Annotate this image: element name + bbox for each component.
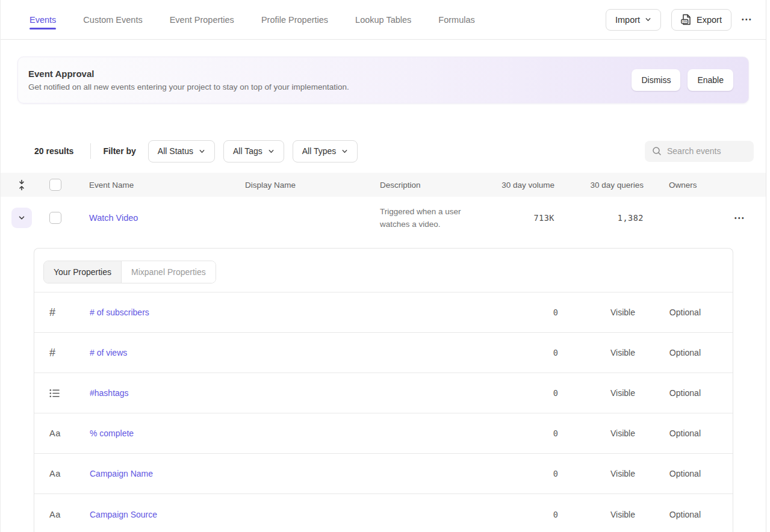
more-menu-icon[interactable]: •••: [742, 16, 753, 23]
text-type-icon: Aa: [49, 469, 90, 478]
text-type-icon: Aa: [49, 428, 90, 438]
tab-formulas[interactable]: Formulas: [438, 2, 474, 37]
tags-filter-dropdown[interactable]: All Tags: [223, 140, 284, 162]
properties-tabs: Your Properties Mixpanel Properties: [34, 249, 733, 292]
column-owners: Owners: [644, 181, 720, 190]
property-requirement[interactable]: Optional: [635, 388, 701, 398]
property-name-link[interactable]: #hashtags: [90, 388, 503, 398]
filter-by-label: Filter by: [103, 146, 135, 156]
property-requirement[interactable]: Optional: [635, 308, 701, 317]
property-requirement[interactable]: Optional: [635, 469, 701, 478]
property-name-link[interactable]: % complete: [90, 428, 503, 438]
property-name-link[interactable]: Campaign Source: [90, 510, 503, 519]
property-value: 0: [503, 428, 558, 438]
property-visibility[interactable]: Visible: [558, 510, 635, 519]
property-value: 0: [503, 348, 558, 357]
tab-mixpanel-properties[interactable]: Mixpanel Properties: [122, 261, 216, 283]
property-row: # # of views 0 Visible Optional: [34, 333, 733, 373]
chevron-down-icon: [341, 148, 348, 155]
tab-custom-events[interactable]: Custom Events: [83, 2, 142, 37]
nav-tabs: Events Custom Events Event Properties Pr…: [29, 2, 606, 37]
property-row: Aa % complete 0 Visible Optional: [34, 413, 733, 454]
banner-actions: Dismiss Enable: [632, 69, 733, 91]
top-nav: Events Custom Events Event Properties Pr…: [1, 0, 766, 40]
row-checkbox[interactable]: [49, 212, 61, 224]
column-volume: 30 day volume: [494, 181, 554, 190]
column-display-name: Display Name: [245, 181, 380, 190]
column-description: Description: [380, 181, 494, 190]
lexicon-page: Events Custom Events Event Properties Pr…: [0, 0, 766, 532]
status-filter-dropdown[interactable]: All Status: [148, 140, 215, 162]
property-value: 0: [503, 469, 558, 478]
properties-tab-group: Your Properties Mixpanel Properties: [43, 261, 216, 283]
search-box: [645, 141, 754, 162]
row-more-menu-icon[interactable]: •••: [734, 215, 745, 221]
collapse-row-chevron-icon[interactable]: [11, 208, 32, 228]
property-requirement[interactable]: Optional: [635, 428, 701, 438]
property-row: Aa Campaign Source 0 Visible Optional: [34, 494, 733, 532]
nav-actions: Import csv Export •••: [606, 9, 753, 31]
property-visibility[interactable]: Visible: [558, 428, 635, 438]
property-name-link[interactable]: # of subscribers: [90, 308, 503, 317]
event-name-link[interactable]: Watch Video: [89, 213, 138, 223]
properties-panel: Your Properties Mixpanel Properties # # …: [34, 248, 733, 532]
property-name-link[interactable]: Campaign Name: [90, 469, 503, 478]
collapse-all-icon[interactable]: [11, 175, 32, 195]
property-visibility[interactable]: Visible: [558, 388, 635, 398]
property-requirement[interactable]: Optional: [635, 510, 701, 519]
property-value: 0: [503, 388, 558, 398]
property-requirement[interactable]: Optional: [635, 348, 701, 357]
tab-lookup-tables[interactable]: Lookup Tables: [355, 2, 411, 37]
export-button-label: Export: [697, 15, 722, 25]
event-volume: 713K: [494, 213, 554, 223]
tab-events[interactable]: Events: [29, 2, 56, 37]
banner-text: Event Approval Get notified on all new e…: [28, 69, 632, 91]
tab-your-properties[interactable]: Your Properties: [44, 261, 122, 283]
svg-text:csv: csv: [683, 19, 688, 23]
list-type-icon: [49, 389, 90, 398]
results-count: 20 results: [34, 146, 73, 156]
property-visibility[interactable]: Visible: [558, 348, 635, 357]
filter-bar: 20 results Filter by All Status All Tags…: [34, 140, 754, 162]
event-queries: 1,382: [554, 213, 644, 223]
types-filter-dropdown[interactable]: All Types: [293, 140, 358, 162]
property-value: 0: [503, 308, 558, 317]
event-approval-banner: Event Approval Get notified on all new e…: [17, 57, 749, 104]
search-icon: [652, 146, 662, 156]
csv-file-icon: csv: [681, 14, 692, 25]
search-input[interactable]: [667, 146, 745, 156]
tab-event-properties[interactable]: Event Properties: [170, 2, 234, 37]
import-button[interactable]: Import: [606, 9, 661, 31]
types-filter-label: All Types: [302, 146, 337, 156]
property-name-link[interactable]: # of views: [90, 348, 503, 357]
enable-button[interactable]: Enable: [688, 69, 733, 91]
property-row: Aa Campaign Name 0 Visible Optional: [34, 454, 733, 494]
event-row: Watch Video Triggered when a user watche…: [1, 197, 766, 239]
banner-description: Get notified on all new events entering …: [28, 82, 632, 91]
chevron-down-icon: [268, 148, 275, 155]
number-type-icon: #: [49, 306, 90, 319]
property-row: #hashtags 0 Visible Optional: [34, 373, 733, 413]
tags-filter-label: All Tags: [233, 146, 262, 156]
import-button-label: Import: [615, 15, 640, 25]
chevron-down-icon: [645, 16, 651, 23]
tab-profile-properties[interactable]: Profile Properties: [261, 2, 328, 37]
column-queries: 30 day queries: [554, 181, 644, 190]
chevron-down-icon: [199, 148, 205, 155]
text-type-icon: Aa: [49, 510, 90, 519]
select-all-checkbox[interactable]: [49, 179, 61, 191]
number-type-icon: #: [49, 347, 90, 359]
property-value: 0: [503, 510, 558, 519]
property-row: # # of subscribers 0 Visible Optional: [34, 292, 733, 333]
property-visibility[interactable]: Visible: [558, 308, 635, 317]
event-description: Triggered when a user watches a video.: [380, 197, 494, 238]
export-button[interactable]: csv Export: [671, 9, 731, 31]
property-visibility[interactable]: Visible: [558, 469, 635, 478]
dismiss-button[interactable]: Dismiss: [632, 69, 680, 91]
events-table-header: Event Name Display Name Description 30 d…: [1, 173, 766, 197]
banner-title: Event Approval: [28, 69, 632, 79]
column-event-name: Event Name: [89, 181, 245, 190]
divider: [90, 143, 91, 159]
status-filter-label: All Status: [158, 146, 193, 156]
